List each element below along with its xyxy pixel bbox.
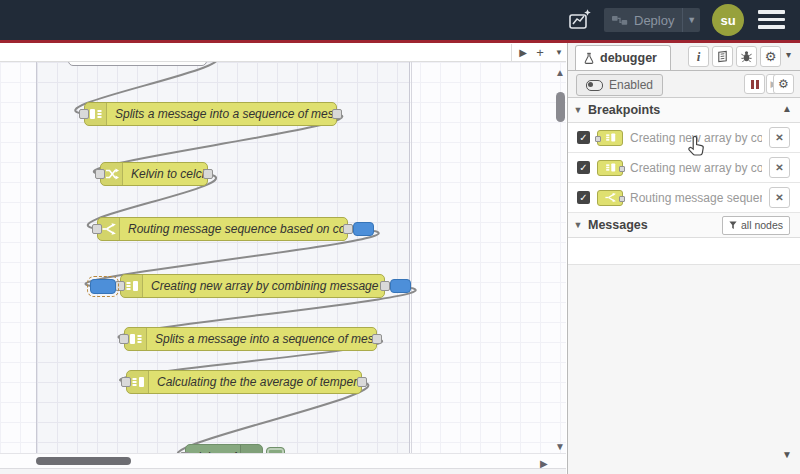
output-breakpoint-marker[interactable] (390, 279, 411, 293)
node-input-port[interactable] (119, 334, 129, 344)
remove-breakpoint-button[interactable]: ✕ (769, 187, 790, 208)
sidebar-collapse-icon[interactable]: ▾ (786, 49, 791, 60)
node-label: Kelvin to celcius (123, 167, 207, 181)
debugger-enabled-toggle[interactable]: Enabled (576, 74, 663, 96)
split-node-icon (89, 107, 103, 121)
node-label: Routing message sequence based on condit… (120, 222, 347, 236)
settings-tab-button[interactable]: ⚙ (760, 46, 781, 67)
node-red-editor: Deploy ▼ su ▶ + ▼ Splits a message into … (0, 0, 800, 474)
flow-node-kelvin[interactable]: Kelvin to celcius (100, 162, 208, 186)
node-output-port[interactable] (357, 377, 367, 387)
debugger-settings-button[interactable]: ⚙ (773, 74, 794, 94)
deploy-button[interactable]: Deploy ▼ (604, 8, 700, 32)
gear-icon: ⚙ (778, 77, 789, 91)
sidebar-scroll-down-icon[interactable]: ▼ (782, 449, 792, 460)
canvas-vscroll-thumb[interactable] (556, 92, 565, 122)
library-tab-button[interactable] (712, 46, 733, 67)
add-flow-button[interactable]: + (531, 43, 549, 61)
remove-breakpoint-button[interactable]: ✕ (769, 157, 790, 178)
input-breakpoint-marker[interactable] (90, 279, 116, 294)
breakpoint-node-icon (597, 160, 623, 176)
node-input-port[interactable] (95, 169, 105, 179)
tabbar-separator (511, 44, 512, 61)
breakpoint-list-item[interactable]: ✓ Routing message sequence based on cond… (568, 183, 800, 213)
messages-title: Messages (588, 218, 648, 232)
breakpoints-section-header[interactable]: ▼ Breakpoints (568, 98, 800, 123)
sidebar-tabbar: debugger i ⚙ ▾ (568, 43, 800, 71)
join-node-icon (131, 375, 145, 389)
messages-section-header[interactable]: ▼ Messages all nodes (568, 213, 800, 238)
breakpoint-label: Creating new array by combining message … (630, 131, 762, 145)
book-icon (716, 50, 729, 63)
switch-node-icon (605, 192, 616, 203)
canvas-scroll-up-icon[interactable]: ▲ (555, 68, 565, 78)
output-breakpoint-marker[interactable] (353, 222, 374, 236)
mini-port (595, 136, 601, 142)
node-input-port[interactable] (92, 224, 102, 234)
join-node-icon (605, 132, 616, 143)
bug-icon (740, 50, 753, 63)
canvas-hscroll-thumb[interactable] (36, 457, 131, 465)
canvas-scroll-down-icon[interactable]: ▼ (555, 442, 565, 452)
info-icon: i (697, 49, 701, 65)
sidebar: debugger i ⚙ ▾ (567, 43, 800, 474)
switch-node-icon (102, 222, 116, 236)
node-output-port[interactable] (332, 109, 342, 119)
mini-port (619, 196, 625, 202)
message-filter-button[interactable]: all nodes (722, 216, 790, 235)
node-input-port[interactable] (115, 281, 125, 291)
breakpoint-checkbox[interactable]: ✓ (577, 191, 590, 204)
info-tab-button[interactable]: i (688, 46, 709, 67)
join-node-icon (605, 162, 616, 173)
deploy-options-caret[interactable]: ▼ (682, 8, 700, 32)
deploy-button-main: Deploy (604, 8, 682, 32)
flow-node-routing[interactable]: Routing message sequence based on condit… (97, 217, 348, 241)
flow-node-split-2[interactable]: Splits a message into a sequence of mess… (124, 327, 377, 351)
deploy-icon (612, 14, 628, 26)
tab-scroll-right-icon[interactable]: ▶ (514, 43, 532, 61)
messages-empty-list (568, 238, 800, 265)
change-node-icon (105, 167, 119, 181)
toggle-icon (586, 80, 603, 91)
node-label: Calculating the the average of temperatu… (149, 375, 361, 389)
breakpoint-label: Creating new array by combining message … (630, 161, 762, 175)
node-output-port[interactable] (380, 281, 390, 291)
breakpoints-title: Breakpoints (588, 103, 660, 117)
breakpoint-checkbox[interactable]: ✓ (577, 161, 590, 174)
breakpoint-list-item[interactable]: ✓ Creating new array by combining messag… (568, 123, 800, 153)
sidebar-scroll-up-icon[interactable]: ▲ (782, 103, 792, 114)
breakpoint-list-item[interactable]: ✓ Creating new array by combining messag… (568, 153, 800, 183)
flask-icon (583, 52, 595, 65)
canvas-footer (0, 468, 566, 474)
flow-canvas[interactable]: Splits a message into a sequence of mess… (0, 62, 566, 468)
deploy-label: Deploy (634, 13, 674, 28)
node-label: Splits a message into a sequence of mess… (107, 107, 336, 121)
main-menu-button[interactable] (758, 10, 785, 30)
node-input-port[interactable] (121, 377, 131, 387)
debugger-toolbar: Enabled ▶▏ ⚙ (568, 71, 800, 98)
flow-node-split-1[interactable]: Splits a message into a sequence of mess… (84, 102, 337, 126)
node-input-port[interactable] (79, 109, 89, 119)
pause-icon (750, 75, 760, 93)
breakpoint-node-icon (597, 190, 623, 206)
node-output-port[interactable] (203, 169, 213, 179)
flow-node-creating[interactable]: Creating new array by combining message … (120, 274, 385, 298)
pause-button[interactable] (744, 74, 765, 94)
join-node-icon (125, 279, 139, 293)
remove-breakpoint-button[interactable]: ✕ (769, 127, 790, 148)
enabled-label: Enabled (609, 78, 653, 92)
breakpoint-checkbox[interactable]: ✓ (577, 131, 590, 144)
user-avatar[interactable]: su (712, 4, 744, 36)
tab-debugger[interactable]: debugger (575, 45, 671, 70)
node-output-port[interactable] (372, 334, 382, 344)
canvas-scroll-right-icon[interactable]: ▶ (540, 459, 548, 469)
flow-node-average[interactable]: Calculating the the average of temperatu… (126, 370, 362, 394)
split-node-icon (129, 332, 143, 346)
flow-list-icon[interactable]: ▼ (550, 43, 568, 61)
debug-tab-button[interactable] (736, 46, 757, 67)
node-output-port[interactable] (343, 224, 353, 234)
gear-icon: ⚙ (765, 49, 777, 64)
export-flow-icon[interactable] (565, 7, 595, 33)
flow-node-offscreen-node[interactable] (68, 62, 207, 66)
breakpoint-node-icon (597, 130, 623, 146)
